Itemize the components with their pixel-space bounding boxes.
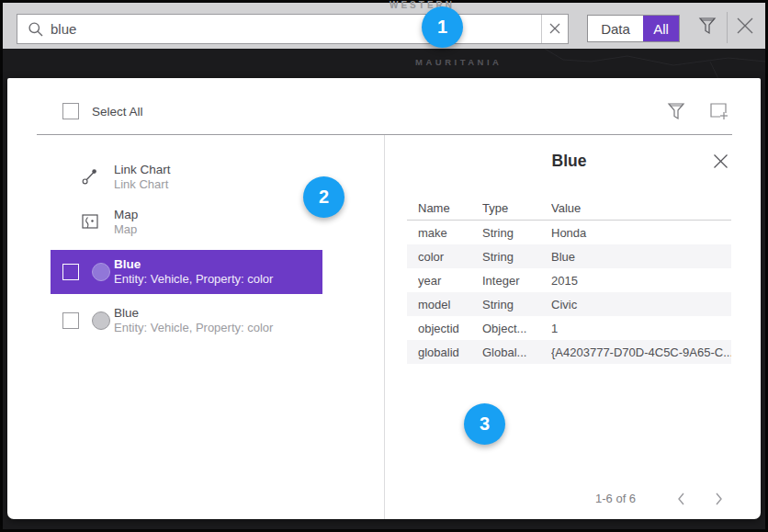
result-title: Blue xyxy=(114,305,273,321)
clear-search-button[interactable] xyxy=(541,15,568,43)
table-header-row: Name Type Value xyxy=(407,197,731,221)
table-row: objectid Object... 1 xyxy=(407,316,731,340)
callout-step-2: 2 xyxy=(303,176,344,218)
table-row: year Integer 2015 xyxy=(407,268,731,292)
square-plus-icon xyxy=(708,108,730,124)
search-toolbar: Data All xyxy=(3,3,765,49)
cell-value: Blue xyxy=(551,250,731,264)
result-item-text: Blue Entity: Vehicle, Property: color xyxy=(114,305,273,335)
cell-type: Global... xyxy=(482,345,551,359)
toggle-option-all[interactable]: All xyxy=(643,16,679,41)
cell-value: 1 xyxy=(551,322,731,335)
callout-step-1: 1 xyxy=(422,6,463,48)
toggle-option-data[interactable]: Data xyxy=(588,16,643,41)
column-header-name: Name xyxy=(418,201,482,215)
cell-type: Integer xyxy=(482,274,551,288)
result-subtitle: Entity: Vehicle, Property: color xyxy=(114,272,273,287)
callout-step-3: 3 xyxy=(464,403,505,445)
result-title: Link Chart xyxy=(114,162,171,177)
table-row: color String Blue xyxy=(407,244,731,268)
cell-type: String xyxy=(482,250,551,264)
close-x-icon xyxy=(736,17,754,39)
funnel-icon xyxy=(698,16,717,40)
funnel-icon xyxy=(667,108,685,124)
result-subtitle: Map xyxy=(114,222,138,237)
column-header-type: Type xyxy=(482,201,551,215)
result-item-blue[interactable]: Blue Entity: Vehicle, Property: color xyxy=(51,299,322,343)
cell-value: Civic xyxy=(551,298,731,311)
cell-type: Object... xyxy=(482,322,551,335)
result-item-link-chart[interactable]: Link Chart Link Chart xyxy=(51,155,322,199)
add-selection-button[interactable] xyxy=(708,101,730,121)
map-borders-decor xyxy=(490,49,765,81)
cell-name: globalid xyxy=(418,345,482,359)
close-search-button[interactable] xyxy=(735,17,755,38)
cell-name: year xyxy=(418,274,482,288)
app-window: MAURITANIA Data All xyxy=(0,0,768,532)
result-title: Map xyxy=(114,207,138,222)
cell-value: 2015 xyxy=(551,274,731,288)
cell-name: color xyxy=(418,250,482,264)
cell-type: String xyxy=(482,226,551,240)
circle-symbol-icon xyxy=(92,311,110,330)
select-all-label: Select All xyxy=(92,105,143,119)
next-page-button[interactable] xyxy=(708,489,728,509)
close-x-icon xyxy=(713,156,728,172)
previous-page-button[interactable] xyxy=(672,489,692,509)
select-all-checkbox[interactable] xyxy=(62,103,79,119)
cell-value: {A4203777-D70D-4C5C-9A65-C... xyxy=(551,345,731,359)
result-checkbox[interactable] xyxy=(62,312,79,329)
cell-name: make xyxy=(418,226,482,240)
search-input[interactable] xyxy=(51,15,547,43)
table-row: globalid Global... {A4203777-D70D-4C5C-9… xyxy=(407,340,731,364)
cell-value: Honda xyxy=(551,226,731,240)
result-item-text: Link Chart Link Chart xyxy=(114,162,171,192)
map-icon xyxy=(81,212,99,231)
table-row: model String Civic xyxy=(407,292,731,316)
toolbar-filter-button[interactable] xyxy=(697,17,717,39)
cell-name: model xyxy=(418,298,482,311)
panel-filter-button[interactable] xyxy=(667,101,687,121)
circle-symbol-icon xyxy=(92,263,110,281)
result-item-text: Blue Entity: Vehicle, Property: color xyxy=(114,256,273,287)
attribute-table: Name Type Value make String Honda color … xyxy=(407,197,731,364)
results-panel: Select All Link Chart Link Chart xyxy=(7,78,761,519)
detail-title: Blue xyxy=(407,152,731,171)
table-row: make String Honda xyxy=(407,221,731,244)
column-header-value: Value xyxy=(551,201,731,215)
detail-close-button[interactable] xyxy=(713,153,729,170)
link-chart-icon xyxy=(81,167,99,186)
page-range-label: 1-6 of 6 xyxy=(595,492,636,505)
list-detail-divider xyxy=(384,135,385,519)
search-box[interactable] xyxy=(17,14,569,44)
clear-x-icon xyxy=(549,21,560,38)
pagination: 1-6 of 6 xyxy=(407,487,731,511)
result-item-map[interactable]: Map Map xyxy=(51,200,322,244)
result-subtitle: Entity: Vehicle, Property: color xyxy=(114,321,273,335)
result-item-blue-selected[interactable]: Blue Entity: Vehicle, Property: color xyxy=(51,250,322,294)
result-checkbox[interactable] xyxy=(62,264,79,280)
result-item-text: Map Map xyxy=(114,207,138,237)
search-icon xyxy=(28,21,44,38)
result-title: Blue xyxy=(114,256,273,272)
data-all-toggle: Data All xyxy=(587,15,680,42)
cell-type: String xyxy=(482,298,551,311)
cell-name: objectid xyxy=(418,322,482,335)
toolbar-divider xyxy=(727,12,728,43)
result-subtitle: Link Chart xyxy=(114,177,171,192)
